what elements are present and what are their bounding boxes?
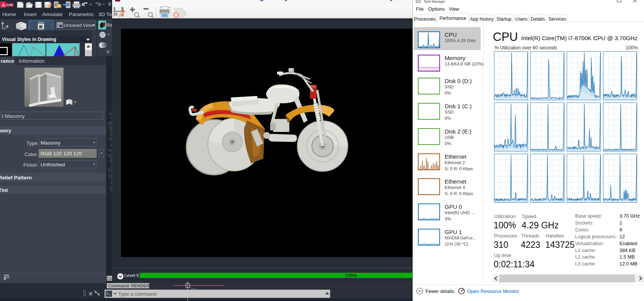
- svg-text:Task Manager: Task Manager: [424, 0, 445, 3]
- svg-text:V: V: [106, 49, 109, 55]
- svg-text:CAD: CAD: [6, 3, 13, 7]
- svg-text:A: A: [2, 2, 5, 8]
